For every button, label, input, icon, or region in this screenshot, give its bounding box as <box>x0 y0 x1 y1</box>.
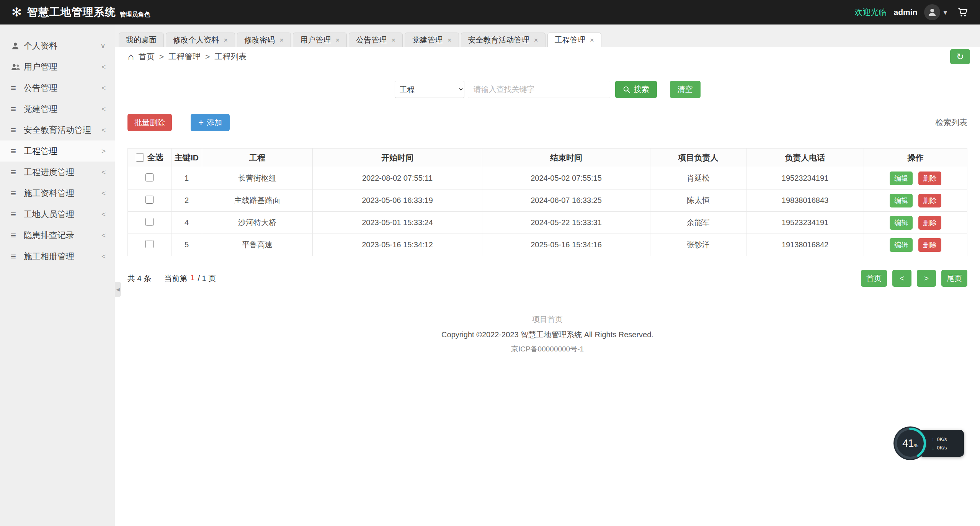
chevron-left-icon: < <box>101 231 106 240</box>
search-button-label: 搜索 <box>634 84 649 95</box>
tab-my-desktop[interactable]: 我的桌面 <box>119 33 164 47</box>
edit-button[interactable]: 编辑 <box>890 238 913 252</box>
tab-project-mgmt[interactable]: 工程管理 × <box>547 33 601 47</box>
list-icon: ≡ <box>11 209 24 220</box>
toolbar: 批量删除 + 添加 检索列表 <box>127 114 967 131</box>
pagination-buttons: 首页 < > 尾页 <box>861 270 967 287</box>
cell-phone: 19838016843 <box>746 189 864 212</box>
sidebar-item-site-personnel-mgmt[interactable]: ≡ 工地人员管理 < <box>0 204 115 225</box>
edit-button[interactable]: 编辑 <box>890 216 913 230</box>
breadcrumb-home[interactable]: 首页 <box>139 51 155 62</box>
search-icon <box>623 86 630 93</box>
tab-party-mgmt[interactable]: 党建管理 × <box>405 33 459 47</box>
next-page-button[interactable]: > <box>917 270 936 287</box>
sidebar-item-safety-education-mgmt[interactable]: ≡ 安全教育活动管理 < <box>0 119 115 140</box>
pagination-current-suffix: / 1 页 <box>198 273 216 284</box>
tab-announcement-mgmt[interactable]: 公告管理 × <box>349 33 403 47</box>
prev-page-button[interactable]: < <box>892 270 911 287</box>
sidebar-item-hazard-inspection-records[interactable]: ≡ 隐患排查记录 < <box>0 225 115 246</box>
cell-project: 长营街枢纽 <box>202 167 313 189</box>
sidebar-item-construction-album-mgmt[interactable]: ≡ 施工相册管理 < <box>0 246 115 267</box>
app-role: 管理员角色 <box>120 11 150 19</box>
breadcrumb: ⌂ 首页 > 工程管理 > 工程列表 ↻ <box>115 47 980 66</box>
user-avatar-icon <box>927 7 937 17</box>
tab-close-icon[interactable]: × <box>534 36 538 44</box>
edit-button[interactable]: 编辑 <box>890 172 913 185</box>
tab-close-icon[interactable]: × <box>335 36 340 44</box>
cart-button[interactable] <box>957 7 969 18</box>
tab-close-icon[interactable]: × <box>224 36 228 44</box>
edit-button[interactable]: 编辑 <box>890 194 913 207</box>
search-category-select[interactable]: 工程 <box>395 81 464 98</box>
collapse-left-icon: ◀ <box>116 287 119 292</box>
row-checkbox[interactable] <box>145 218 154 226</box>
row-checkbox[interactable] <box>145 196 154 204</box>
performance-monitor-widget[interactable]: 41 % ↑ 0K/s ↓ 0K/s <box>893 426 964 461</box>
chevron-left-icon: < <box>101 210 106 219</box>
footer-copyright: Copyright ©2022-2023 智慧工地管理系统 All Rights… <box>127 330 967 340</box>
cell-end-time: 2024-06-07 16:33:25 <box>482 189 650 212</box>
sidebar-item-announcement-mgmt[interactable]: ≡ 公告管理 < <box>0 77 115 98</box>
page-body: 工程 搜索 清空 批量删除 + <box>115 66 980 526</box>
table-row: 5 平鲁高速 2023-05-16 15:34:12 2025-05-16 15… <box>128 234 967 256</box>
download-speed-row: ↓ 0K/s <box>932 445 959 451</box>
gauge-percent: 41 <box>902 438 914 449</box>
row-checkbox[interactable] <box>145 240 154 248</box>
delete-button[interactable]: 删除 <box>918 172 941 185</box>
avatar-menu-button[interactable]: ▾ <box>924 4 947 20</box>
search-input[interactable] <box>468 81 610 98</box>
username-text: admin <box>894 8 918 17</box>
sidebar-item-profile[interactable]: 个人资料 ∨ <box>0 35 115 56</box>
tab-change-password[interactable]: 修改密码 × <box>237 33 291 47</box>
clear-button[interactable]: 清空 <box>670 81 701 98</box>
welcome-text: 欢迎光临 <box>855 7 887 18</box>
refresh-button[interactable]: ↻ <box>950 49 970 64</box>
tab-close-icon[interactable]: × <box>590 36 594 44</box>
sidebar-item-user-mgmt[interactable]: 用户管理 < <box>0 56 115 77</box>
first-page-button[interactable]: 首页 <box>861 270 887 287</box>
search-button[interactable]: 搜索 <box>615 81 657 98</box>
column-header-project: 工程 <box>202 149 313 167</box>
list-icon: ≡ <box>11 251 24 262</box>
sidebar-item-label: 党建管理 <box>24 103 101 115</box>
sidebar-item-project-progress-mgmt[interactable]: ≡ 工程进度管理 < <box>0 162 115 183</box>
pagination: 共 4 条 当前第 1 / 1 页 首页 < > 尾页 <box>127 270 967 287</box>
footer-home-link[interactable]: 项目首页 <box>127 314 967 325</box>
download-speed: 0K/s <box>937 445 947 451</box>
row-checkbox[interactable] <box>145 173 154 181</box>
tab-close-icon[interactable]: × <box>447 36 451 44</box>
last-page-button[interactable]: 尾页 <box>941 270 967 287</box>
select-all-checkbox[interactable] <box>136 154 144 162</box>
list-icon: ≡ <box>11 146 24 157</box>
tab-user-mgmt[interactable]: 用户管理 × <box>293 33 347 47</box>
tab-close-icon[interactable]: × <box>279 36 284 44</box>
cell-start-time: 2023-05-06 16:33:19 <box>313 189 482 212</box>
sidebar-item-party-mgmt[interactable]: ≡ 党建管理 < <box>0 98 115 119</box>
cell-project: 沙河特大桥 <box>202 212 313 234</box>
cell-start-time: 2023-05-01 15:33:24 <box>313 212 482 234</box>
tab-label: 党建管理 <box>412 35 443 45</box>
delete-button[interactable]: 删除 <box>918 216 941 230</box>
cell-phone: 19523234191 <box>746 212 864 234</box>
tab-safety-education-mgmt[interactable]: 安全教育活动管理 × <box>461 33 546 47</box>
cell-end-time: 2024-05-02 07:55:15 <box>482 167 650 189</box>
sidebar: 个人资料 ∨ 用户管理 < ≡ 公告管理 < ≡ 党建管理 < ≡ 安全教育活动… <box>0 25 115 526</box>
cell-leader: 陈太恒 <box>650 189 746 212</box>
add-button[interactable]: + 添加 <box>191 114 230 131</box>
pagination-current-page: 1 <box>190 273 194 284</box>
tab-edit-profile[interactable]: 修改个人资料 × <box>166 33 235 47</box>
home-icon: ⌂ <box>128 52 134 62</box>
delete-button[interactable]: 删除 <box>918 194 941 207</box>
batch-delete-button[interactable]: 批量删除 <box>127 114 172 131</box>
footer-icp: 京ICP备00000000号-1 <box>127 344 967 354</box>
breadcrumb-current: 工程列表 <box>214 51 247 62</box>
chevron-left-icon: < <box>101 189 106 198</box>
sidebar-item-project-mgmt[interactable]: ≡ 工程管理 > <box>0 140 115 162</box>
breadcrumb-project-mgmt[interactable]: 工程管理 <box>168 51 201 62</box>
delete-button[interactable]: 删除 <box>918 238 941 252</box>
tab-close-icon[interactable]: × <box>391 36 395 44</box>
sidebar-item-construction-docs-mgmt[interactable]: ≡ 施工资料管理 < <box>0 183 115 204</box>
list-icon: ≡ <box>11 167 24 178</box>
sidebar-collapse-button[interactable]: ◀ <box>115 282 121 297</box>
chevron-left-icon: < <box>101 252 106 261</box>
